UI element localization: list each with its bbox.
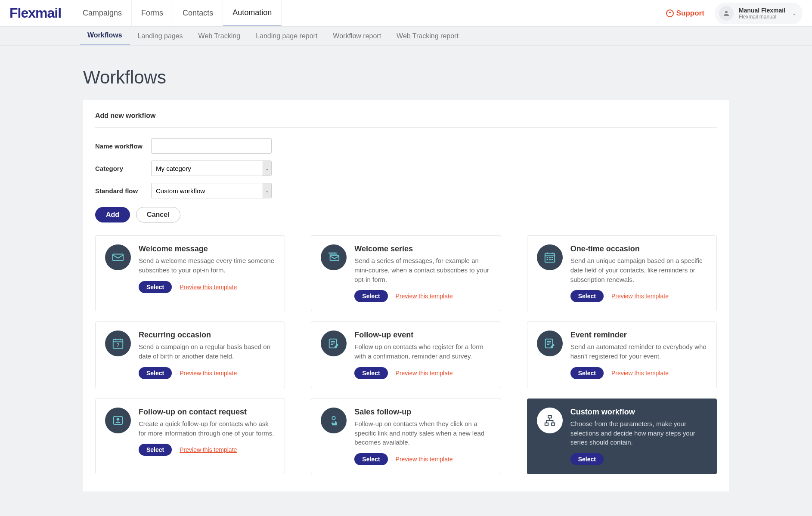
template-desc: Send a campaign on a regular basis based… <box>139 342 275 361</box>
select-button-sales-follow-up[interactable]: Select <box>354 453 387 465</box>
add-button[interactable]: Add <box>95 207 130 222</box>
name-label: Name workflow <box>95 142 151 150</box>
svg-rect-1 <box>330 255 339 260</box>
panel-title: Add new workflow <box>95 112 717 120</box>
template-title: Custom workflow <box>570 408 707 417</box>
support-icon <box>666 9 674 17</box>
mainnav-forms[interactable]: Forms <box>132 0 173 26</box>
svg-rect-7 <box>549 257 551 258</box>
subnav-web-tracking-report[interactable]: Web Tracking report <box>389 27 466 45</box>
select-button-one-time-occasion[interactable]: Select <box>570 290 604 302</box>
template-desc: Send an automated reminder to everybody … <box>570 342 707 361</box>
subnav-web-tracking[interactable]: Web Tracking <box>191 27 248 45</box>
template-desc: Follow-up on contacts when they click on… <box>354 419 491 447</box>
name-input[interactable] <box>151 138 272 154</box>
template-card: Welcome seriesSend a series of messages,… <box>311 235 501 311</box>
template-desc: Follow up on contacts who register for a… <box>354 342 491 361</box>
mainnav-automation[interactable]: Automation <box>223 0 282 26</box>
svg-point-26 <box>117 418 120 421</box>
svg-rect-10 <box>549 259 551 260</box>
preview-link-event-reminder[interactable]: Preview this template <box>611 370 669 377</box>
svg-rect-30 <box>551 423 555 425</box>
svg-rect-11 <box>551 259 553 260</box>
support-link[interactable]: Support <box>666 9 704 18</box>
category-label: Category <box>95 165 151 172</box>
doc-pencil-icon <box>321 331 347 356</box>
select-button-recurring-occasion[interactable]: Select <box>139 367 172 379</box>
profile-name: Manual Flexmail <box>739 7 785 14</box>
select-button-follow-up-event[interactable]: Select <box>354 367 387 379</box>
template-card: Sales follow-upFollow-up on contacts whe… <box>311 399 501 474</box>
template-title: Follow-up event <box>354 331 491 340</box>
cancel-button[interactable]: Cancel <box>136 207 180 222</box>
doc-pencil-icon <box>537 331 563 356</box>
preview-link-welcome-message[interactable]: Preview this template <box>180 284 237 290</box>
template-title: Event reminder <box>570 331 707 340</box>
select-button-welcome-message[interactable]: Select <box>139 281 172 293</box>
mainnav-contacts[interactable]: Contacts <box>173 0 223 26</box>
select-button-event-reminder[interactable]: Select <box>570 367 604 379</box>
subnav-workflow-report[interactable]: Workflow report <box>325 27 389 45</box>
calendar-grid-icon <box>537 244 563 270</box>
select-button-follow-up-on-contact-request[interactable]: Select <box>139 444 172 456</box>
template-card: Follow-up on contact requestCreate a qui… <box>95 399 285 474</box>
template-card: Follow-up eventFollow up on contacts who… <box>311 321 501 388</box>
template-title: Welcome series <box>354 244 491 253</box>
preview-link-follow-up-event[interactable]: Preview this template <box>396 370 453 377</box>
select-button-custom-workflow[interactable]: Select <box>570 453 604 465</box>
subnav-landing-page-report[interactable]: Landing page report <box>248 27 325 45</box>
profile-sub: Flexmail manual <box>739 14 785 20</box>
avatar-icon <box>719 6 734 21</box>
subnav-landing-pages[interactable]: Landing pages <box>130 27 191 45</box>
svg-point-27 <box>332 416 336 420</box>
envelopes-icon <box>321 244 347 270</box>
template-card: Event reminderSend an automated reminder… <box>527 321 717 388</box>
template-title: Welcome message <box>139 244 275 253</box>
template-desc: Create a quick follow-up for contacts wh… <box>139 419 275 438</box>
template-title: Follow-up on contact request <box>139 408 275 417</box>
brand-logo[interactable]: Flexmail <box>0 5 73 21</box>
template-desc: Send an unique campaign based on a speci… <box>570 256 707 284</box>
template-desc: Send a welcome message every time someon… <box>139 256 275 275</box>
template-title: Recurring occasion <box>139 331 275 340</box>
click-hand-icon <box>321 408 347 433</box>
template-card: Welcome messageSend a welcome message ev… <box>95 235 285 311</box>
svg-rect-6 <box>546 257 548 258</box>
envelope-icon <box>105 244 131 270</box>
chevron-down-icon: ⌄ <box>792 10 797 16</box>
flowchart-icon <box>537 408 563 433</box>
template-title: Sales follow-up <box>354 408 491 417</box>
svg-rect-28 <box>548 416 552 418</box>
preview-link-one-time-occasion[interactable]: Preview this template <box>611 293 669 300</box>
template-card: Custom workflowChoose from the parameter… <box>527 399 717 474</box>
profile-menu[interactable]: Manual Flexmail Flexmail manual ⌄ <box>715 3 803 24</box>
sub-nav: WorkflowsLanding pagesWeb TrackingLandin… <box>0 27 812 46</box>
template-desc: Choose from the parameters, make your se… <box>570 419 707 447</box>
preview-link-sales-follow-up[interactable]: Preview this template <box>396 456 453 463</box>
preview-link-recurring-occasion[interactable]: Preview this template <box>180 370 237 377</box>
form-row-category: Category ⌄ <box>95 161 717 176</box>
preview-link-welcome-series[interactable]: Preview this template <box>396 293 453 300</box>
flow-label: Standard flow <box>95 187 151 195</box>
mainnav-campaigns[interactable]: Campaigns <box>73 0 132 26</box>
svg-rect-9 <box>546 259 548 260</box>
svg-text:7: 7 <box>117 343 119 348</box>
calendar-7-icon: 7 <box>105 331 131 356</box>
page-title: Workflows <box>83 67 729 88</box>
svg-rect-8 <box>551 257 553 258</box>
preview-link-follow-up-on-contact-request[interactable]: Preview this template <box>180 446 237 453</box>
flow-select[interactable] <box>151 183 272 198</box>
category-select[interactable] <box>151 161 272 176</box>
svg-rect-0 <box>113 254 123 261</box>
template-title: One-time occasion <box>570 244 707 253</box>
main-nav: CampaignsFormsContactsAutomation <box>73 0 282 26</box>
template-card: One-time occasionSend an unique campaign… <box>527 235 717 311</box>
form-row-name: Name workflow <box>95 138 717 154</box>
subnav-workflows[interactable]: Workflows <box>80 27 130 45</box>
contact-card-icon <box>105 408 131 433</box>
template-card: 7Recurring occasionSend a campaign on a … <box>95 321 285 388</box>
panel: Add new workflow Name workflow Category … <box>83 100 729 491</box>
divider <box>95 127 717 128</box>
support-label: Support <box>676 9 704 18</box>
select-button-welcome-series[interactable]: Select <box>354 290 387 302</box>
